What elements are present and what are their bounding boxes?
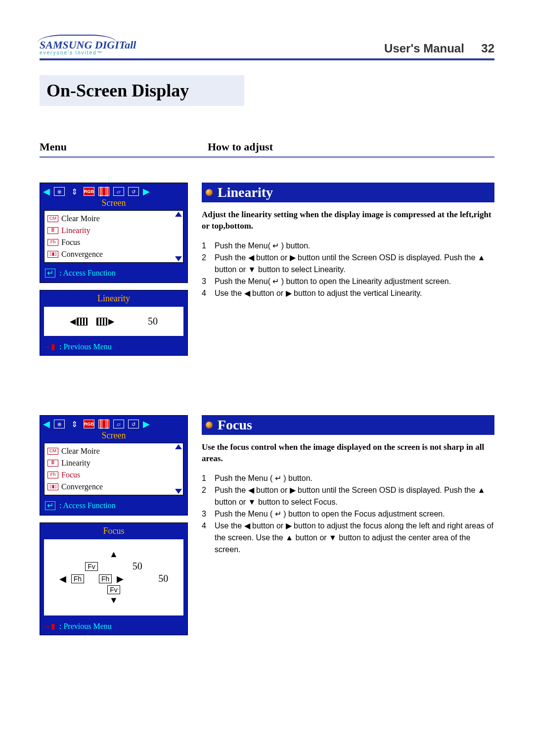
osd-adjust-panel: Linearity ◀ ▶ 50 →▮ : Previous Menu [40,290,188,356]
step: 2Push the ◀ button or ▶ button until the… [202,484,494,508]
page-number: 32 [481,42,494,55]
menu-item-label: Focus [61,236,80,248]
screen-icon: ║║ [98,420,109,428]
menu-item-label: Linearity [61,457,90,469]
step: 3Push the Menu( ↵ ) button to open the L… [202,276,494,287]
screen-icon: ║║ [98,187,109,196]
rgb-icon: RGB [84,420,94,428]
clear-moire-icon: CM [47,215,58,222]
adjust-body: ▲ Fv 50 ◀ Fh Fh ▶ 50 Fv [44,539,183,615]
linearity-value: 50 [138,316,158,327]
osd-tabbar: ◀ ⊕ ⇕ RGB ║║ ▱ ↺ ▶ [40,416,187,430]
column-rule [40,156,494,158]
recall-icon: ↺ [128,187,139,196]
feature-description: Use the focus control when the image dis… [202,442,494,465]
steps-list: 1Push the Menu( ↵ ) button. 2Push the ◀ … [202,240,494,299]
osd-access-hint: ↵ : Access Function [40,267,187,283]
access-text: : Access Function [59,501,116,510]
entry-focus: ◀ ⊕ ⇕ RGB ║║ ▱ ↺ ▶ Screen CM Clear Moire [40,415,494,635]
feature-title: Focus [218,417,252,433]
left-arrow-icon: ◀ [43,419,50,429]
menu-item-label: Clear Moire [61,213,100,225]
step-text: Use the ◀ button or ▶ button to adjust t… [215,287,494,299]
left-arrow-icon: ◀ [59,573,66,584]
osd-tab-label: Screen [40,198,187,210]
menu-item-clear-moire: CM Clear Moire [47,213,180,225]
recall-icon: ↺ [128,420,139,428]
menu-item-linearity: ≣ Linearity [47,225,180,236]
position-icon: ⊕ [54,420,65,428]
linearity-icon: ≣ [47,227,58,234]
step-text: Push the Menu ( ↵ ) button to open the F… [215,508,494,520]
column-headings: Menu How to adjust [40,141,494,153]
osd-menu-window: CM Clear Moire ≣ Linearity Fh Focus ▯▮▯ … [44,210,183,263]
step: 4Use the ◀ button or ▶ button to adjust … [202,287,494,299]
feature-heading: Linearity [202,183,494,202]
fv-label: Fv [85,562,98,571]
size-icon: ⇕ [69,420,80,428]
menu-item-clear-moire: CM Clear Moire [47,445,180,457]
manual-title: User's Manual [384,42,464,55]
enter-icon: ↵ [45,501,55,510]
col-how: How to adjust [208,141,273,153]
manual-page: SAMSUNG DIGITall everyone's invited™ Use… [0,0,534,665]
menu-item-label: Convergence [61,248,103,260]
osd-access-hint: ↵ : Access Function [40,499,187,515]
col-menu: Menu [40,141,188,153]
scroll-down-icon [175,489,182,494]
previous-text: : Previous Menu [59,342,112,351]
osd-tabbar: ◀ ⊕ ⇕ RGB ║║ ▱ ↺ ▶ [40,183,187,198]
menu-item-label: Clear Moire [61,445,100,457]
menu-item-focus: Fh Focus [47,236,180,248]
step-text: Push the Menu ( ↵ ) button. [215,472,494,484]
position-icon: ⊕ [54,187,65,196]
header-right: User's Manual 32 [384,42,494,55]
header-rule [40,58,494,60]
decrease-linearity-icon: ◀ [70,317,88,326]
scroll-up-icon [175,212,182,217]
step-text: Use the ◀ button or ▶ button to adjust t… [215,520,494,556]
feature-heading: Focus [202,415,494,435]
convergence-icon: ▯▮▯ [47,251,58,258]
osd-menu-window: CM Clear Moire ≣ Linearity Fh Focus ▯▮▯ … [44,443,183,495]
scroll-down-icon [175,256,182,261]
down-arrow-icon: ▼ [109,595,118,606]
menu-item-label: Convergence [61,481,103,493]
step: 4Use the ◀ button or ▶ button to adjust … [202,520,494,556]
osd-previous-hint: →▮ : Previous Menu [40,340,187,355]
menu-item-focus: Fh Focus [47,469,180,481]
exit-icon: →▮ [43,342,55,351]
step-text: Push the ◀ button or ▶ button until the … [215,252,494,276]
osd-column: ◀ ⊕ ⇕ RGB ║║ ▱ ↺ ▶ Screen CM Clear Moire [40,415,188,635]
step: 2Push the ◀ button or ▶ button until the… [202,252,494,276]
increase-linearity-icon: ▶ [96,317,114,326]
osd-adjust-panel: Focus ▲ Fv 50 ◀ Fh Fh ▶ 50 [40,522,188,635]
previous-text: : Previous Menu [59,622,112,630]
entry-linearity: ◀ ⊕ ⇕ RGB ║║ ▱ ↺ ▶ Screen CM Clear Moire [40,183,494,356]
focus-icon: Fh [47,472,58,478]
focus-fv-row: Fv [49,585,178,594]
step: 1Push the Menu( ↵ ) button. [202,240,494,252]
right-arrow-icon: ▶ [143,419,150,429]
convergence-icon: ▯▮▯ [47,483,58,490]
menu-item-convergence: ▯▮▯ Convergence [47,481,180,493]
menu-item-label: Focus [61,469,80,481]
right-arrow-icon: ▶ [143,186,150,197]
linearity-icon: ≣ [47,460,58,467]
bullet-icon [206,189,213,196]
step: 3Push the Menu ( ↵ ) button to open the … [202,508,494,520]
feature-description: Adjust the linearity setting when the di… [202,209,494,232]
brand-logo: SAMSUNG DIGITall everyone's invited™ [40,40,136,55]
menu-item-linearity: ≣ Linearity [47,457,180,469]
step-text: Push the ◀ button or ▶ button until the … [215,484,494,508]
geometry-icon: ▱ [113,420,124,428]
focus-fv-row: ▼ [49,595,178,606]
right-arrow-icon: ▶ [117,573,124,584]
clear-moire-icon: CM [47,448,58,455]
header-row: SAMSUNG DIGITall everyone's invited™ Use… [40,40,494,55]
exit-icon: →▮ [43,621,55,631]
osd-screen-menu: ◀ ⊕ ⇕ RGB ║║ ▱ ↺ ▶ Screen CM Clear Moire [40,415,188,516]
fv-label: Fv [107,585,120,594]
osd-tab-label: Screen [40,430,187,443]
section-title: On-Screen Display [46,80,488,101]
